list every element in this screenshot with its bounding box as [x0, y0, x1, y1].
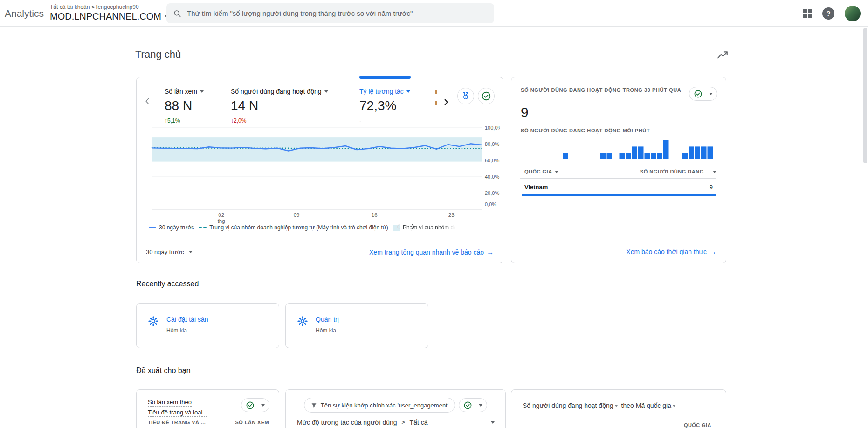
suggestions-title: Đề xuất cho bạn [136, 366, 191, 375]
metric-value: 88 N [165, 98, 204, 113]
svg-text:80,0%: 80,0% [485, 141, 499, 147]
chevron-down-icon [261, 404, 265, 407]
recent-item-label[interactable]: Quản trị [316, 316, 339, 323]
gear-icon [148, 316, 159, 327]
realtime-check-pill[interactable] [689, 87, 717, 101]
metric-views[interactable]: Số lần xem 88 N ↑5,1% [165, 88, 204, 124]
overview-footer: 30 ngày trước Xem trang tổng quan nhanh … [137, 241, 503, 263]
realtime-card: SỐ NGƯỜI DÙNG ĐANG HOẠT ĐỘNG TRONG 30 PH… [511, 77, 726, 263]
chevron-down-icon [491, 421, 495, 424]
realtime-table-header: QUỐC GIA SỐ NGƯỜI DÙNG ĐANG ... [524, 169, 716, 174]
recently-accessed-title: Recently accessed [136, 280, 199, 288]
metric-delta: ↑5,1% [165, 117, 204, 124]
chevron-down-icon [673, 405, 676, 407]
divider [520, 178, 716, 179]
recent-card-admin[interactable]: Quản trị Hôm kia [285, 303, 428, 348]
active-users-value: 9 [521, 104, 529, 120]
metric-value: 14 N [231, 98, 328, 113]
chevron-down-icon [200, 90, 204, 93]
apps-grid-icon[interactable] [803, 9, 812, 18]
breadcrumb-account[interactable]: lengocphuclnp90 [96, 4, 139, 10]
svg-text:0,0%: 0,0% [485, 201, 496, 207]
header-actions: ? [803, 0, 861, 27]
dimension-dropdown[interactable]: Mã quốc gia [636, 402, 671, 409]
metric-dropdown[interactable]: Số người dùng đang hoạt động [523, 402, 613, 409]
suggestion-card-views[interactable]: Số lần xem theo Tiêu đề trang và loại...… [136, 389, 279, 428]
avatar[interactable] [845, 6, 861, 21]
recent-item-time: Hôm kia [316, 327, 339, 334]
column-views[interactable]: SỐ LẦN XEM [235, 420, 269, 425]
table-header: TIÊU ĐỀ TRANG VÀ ... SỐ LẦN XEM [148, 420, 269, 425]
page-title: Trang chủ [135, 48, 181, 61]
legend-item-median: Trung vị của nhóm doanh nghiệp tương tự … [199, 224, 388, 231]
help-icon[interactable]: ? [822, 7, 834, 20]
card-title: Số người dùng đang hoạt động theo Mã quố… [523, 402, 677, 409]
realtime-title: SỐ NGƯỜI DÙNG ĐANG HOẠT ĐỘNG TRONG 30 PH… [521, 87, 681, 96]
ga4-home-page: Analytics Tất cả tài khoản>lengocphuclnp… [0, 0, 868, 428]
realtime-report-link[interactable]: Xem báo cáo thời gian thực→ [626, 248, 716, 255]
svg-text:60,0%: 60,0% [485, 158, 499, 163]
breadcrumb-root[interactable]: Tất cả tài khoản [50, 4, 90, 10]
header-divider [45, 6, 45, 21]
search-bar[interactable] [166, 3, 494, 23]
metric-active-users[interactable]: Số người dùng đang hoạt động 14 N ↓2,0% [231, 88, 328, 124]
check-circle-icon[interactable] [478, 88, 495, 104]
column-page-title[interactable]: TIÊU ĐỀ TRANG VÀ ... [148, 420, 206, 425]
legend-next-icon[interactable] [409, 222, 417, 231]
chevron-right-icon: > [402, 419, 405, 426]
insights-icon[interactable] [716, 49, 729, 62]
overview-card: Số lần xem 88 N ↑5,1% Số người dùng đang… [136, 77, 503, 263]
check-circle-icon [246, 401, 255, 410]
per-minute-label: SỐ NGƯỜI DÙNG ĐANG HOẠT ĐỘNG MỖI PHÚT [521, 128, 650, 133]
svg-text:16: 16 [372, 212, 378, 218]
search-icon [173, 9, 181, 18]
legend-prev-icon[interactable] [394, 222, 402, 231]
views-check-pill[interactable] [241, 398, 269, 412]
chevron-down-icon [406, 90, 410, 93]
svg-text:40,0%: 40,0% [485, 174, 499, 179]
svg-text:23: 23 [448, 212, 455, 218]
table-row: Vietnam 9 [524, 184, 713, 191]
report-snapshot-link[interactable]: Xem trang tổng quan nhanh về báo cáo→ [369, 248, 494, 256]
carousel-prev-icon[interactable] [142, 96, 152, 106]
svg-text:thg: thg [218, 218, 225, 224]
column-country: QUỐC GIA [684, 422, 711, 428]
gear-icon [297, 316, 308, 327]
breadcrumb[interactable]: Tất cả tài khoản>lengocphuclnp90 [50, 4, 139, 10]
period-selector[interactable]: 30 ngày trước [146, 249, 193, 255]
engagement-check-pill[interactable] [459, 398, 487, 412]
filter-icon [310, 402, 317, 409]
svg-text:02: 02 [218, 212, 224, 218]
recent-card-property-settings[interactable]: Cài đặt tài sản Hôm kia [136, 303, 279, 348]
users-cell: 9 [710, 184, 713, 191]
engagement-line-chart: 100,0%80,0%60,0%40,0%20,0%0,0%02thg09162… [151, 124, 500, 224]
analytics-logo[interactable]: Analytics [5, 0, 44, 27]
search-input[interactable] [187, 9, 476, 17]
truncated-metric [435, 90, 438, 110]
metric-value: 72,3% [359, 98, 410, 113]
legend-item-current: 30 ngày trước [149, 224, 194, 231]
scrollbar[interactable] [863, 28, 867, 163]
carousel-next-icon[interactable] [441, 97, 451, 107]
card-title: Số lần xem theo Tiêu đề trang và loại... [148, 398, 207, 417]
filter-chip[interactable]: Tên sự kiện khớp chính xác 'user_engagem… [304, 398, 455, 413]
app-header: Analytics Tất cả tài khoản>lengocphuclnp… [0, 0, 868, 27]
column-country[interactable]: QUỐC GIA [524, 169, 558, 174]
recent-item-label[interactable]: Cài đặt tài sản [166, 316, 208, 323]
metric-engagement-rate[interactable]: Tỷ lệ tương tác 72,3% - [359, 88, 410, 124]
chart-legend: 30 ngày trước Trung vị của nhóm doanh ng… [149, 224, 492, 231]
row-value-bar [522, 194, 716, 196]
check-circle-icon [463, 401, 472, 410]
chevron-down-icon [614, 405, 618, 407]
arrow-right-icon: → [710, 248, 716, 255]
property-selector[interactable]: MOD.LNPCHANNEL.COM [50, 11, 168, 22]
svg-text:100,0%: 100,0% [485, 125, 500, 131]
dashed-swatch-icon [199, 227, 207, 228]
line-swatch-icon [149, 227, 156, 228]
engagement-row[interactable]: Mức độ tương tác của người dùng > Tất cả [297, 419, 495, 426]
benchmark-medal-icon[interactable] [457, 88, 474, 104]
breadcrumb-chevron-icon: > [91, 4, 94, 10]
column-active-users[interactable]: SỐ NGƯỜI DÙNG ĐANG ... [640, 169, 716, 174]
suggestion-card-engagement[interactable]: Tên sự kiện khớp chính xác 'user_engagem… [285, 389, 506, 428]
suggestion-card-country[interactable]: Số người dùng đang hoạt động theo Mã quố… [511, 389, 726, 428]
